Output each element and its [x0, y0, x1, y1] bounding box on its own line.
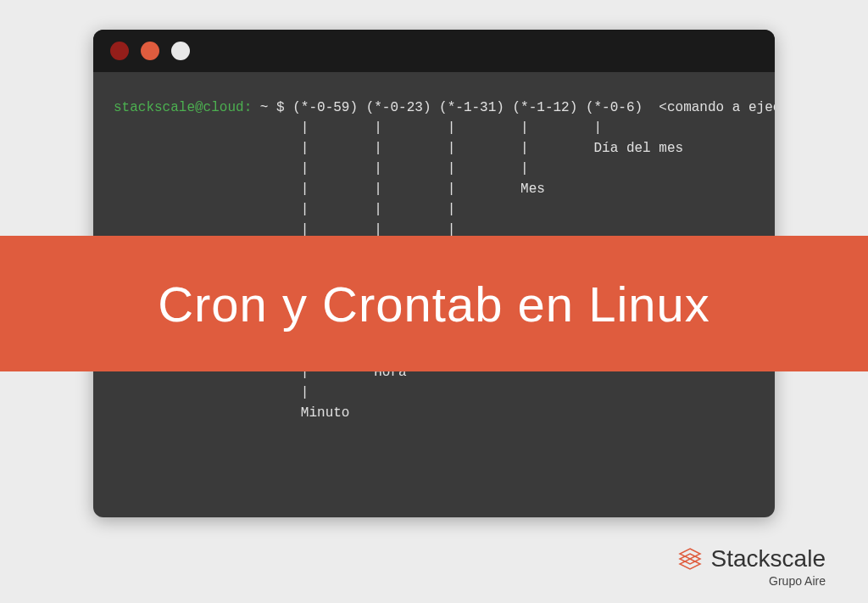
- label-minuto: Minuto: [301, 405, 350, 421]
- cron-fields: (*-0-59) (*-0-23) (*-1-31) (*-1-12) (*-0…: [292, 100, 643, 115]
- close-icon: [110, 42, 129, 60]
- maximize-icon: [171, 42, 190, 60]
- logo-name: Stackscale: [711, 545, 826, 572]
- title-banner: Cron y Crontab en Linux: [0, 236, 868, 371]
- minimize-icon: [141, 42, 159, 60]
- label-mes: Mes: [520, 181, 545, 197]
- window-title-bar: [93, 30, 775, 72]
- brand-logo: Stackscale Grupo Aire: [677, 545, 826, 588]
- command-placeholder: <comando a ejecutar>: [643, 100, 775, 115]
- logo-subtitle: Grupo Aire: [677, 574, 826, 588]
- banner-title: Cron y Crontab en Linux: [158, 276, 710, 332]
- label-dia-mes-top: Día del mes: [594, 141, 684, 156]
- prompt-symbol: $: [276, 100, 292, 115]
- prompt-path: ~: [252, 100, 276, 115]
- stackscale-logo-icon: [677, 546, 703, 572]
- prompt-user: stackscale@cloud:: [114, 100, 252, 115]
